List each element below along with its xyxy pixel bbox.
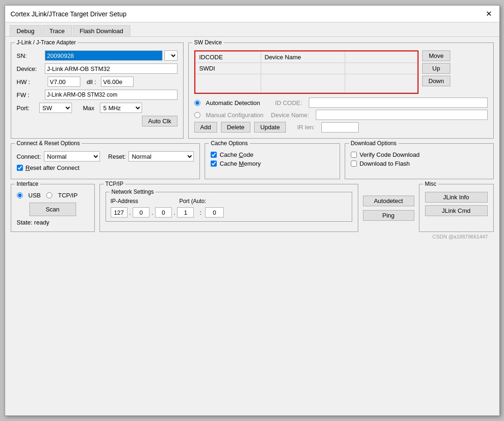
misc-group: Misc JLink Info JLink Cmd xyxy=(419,184,494,232)
top-panels: J-Link / J-Trace Adapter SN: Device: xyxy=(11,42,494,139)
cache-memory-checkbox[interactable] xyxy=(211,161,217,167)
usb-label: USB xyxy=(28,192,41,199)
sn-label: SN: xyxy=(17,52,45,59)
ip4-input[interactable] xyxy=(177,207,194,218)
ip3-input[interactable] xyxy=(155,207,172,218)
connect-label: Connect: xyxy=(17,153,41,160)
max-select[interactable]: 5 MHz 1 MHz xyxy=(100,103,142,113)
fw-label: FW : xyxy=(17,91,45,98)
sw-row-extra xyxy=(345,63,418,74)
manual-config-radio[interactable] xyxy=(194,112,200,118)
download-row: Download to Flash xyxy=(351,160,488,167)
cache-options-group: Cache Options Cache Code Cache Memory xyxy=(205,143,340,179)
down-button[interactable]: Down xyxy=(422,76,450,86)
ip-section: IP-Address Port (Auto: . . . xyxy=(111,198,224,218)
usb-radio[interactable] xyxy=(17,192,23,198)
ip-port-labels: IP-Address Port (Auto: xyxy=(111,198,224,204)
autodetect-ping-col: Autodetect Ping xyxy=(363,184,414,232)
jlink-adapter-label: J-Link / J-Trace Adapter xyxy=(15,39,78,46)
sn-row: SN: xyxy=(17,50,177,61)
scan-button[interactable]: Scan xyxy=(29,203,76,216)
device-name-input[interactable] xyxy=(316,110,488,120)
reset-after-checkbox[interactable] xyxy=(17,165,23,171)
download-checkbox[interactable] xyxy=(351,161,357,167)
ping-button[interactable]: Ping xyxy=(363,210,414,221)
reset-label: Reset: xyxy=(108,153,126,160)
middle-panels: Connect & Reset Options Connect: Normal … xyxy=(11,143,494,179)
watermark: CSDN @a18879661447 xyxy=(11,232,494,241)
misc-label: Misc xyxy=(423,181,439,187)
manual-config-label: Manual Configuration xyxy=(206,112,264,119)
connect-row: Connect: Normal Under Reset Pre-Reset Re… xyxy=(17,151,194,161)
port-row: Port: SW JTAG Max 5 MHz 1 MHz xyxy=(17,103,177,113)
sw-row-device xyxy=(261,63,345,74)
auto-detect-radio[interactable] xyxy=(194,100,200,106)
reset-select[interactable]: Normal Software Hardware xyxy=(128,151,194,161)
tab-bar: Debug Trace Flash Download xyxy=(5,22,499,37)
verify-row: Verify Code Download xyxy=(351,151,488,158)
connect-select[interactable]: Normal Under Reset Pre-Reset xyxy=(44,151,100,161)
connect-reset-group: Connect & Reset Options Connect: Normal … xyxy=(11,143,200,179)
sn-dropdown[interactable] xyxy=(164,50,177,61)
delete-button[interactable]: Delete xyxy=(221,122,251,133)
id-code-input[interactable] xyxy=(309,98,488,108)
update-button[interactable]: Update xyxy=(254,122,286,133)
port-colon: : xyxy=(199,209,201,216)
port-select[interactable]: SW JTAG xyxy=(39,103,72,113)
auto-clk-button[interactable]: Auto Clk xyxy=(142,116,177,126)
sw-row-label: SWDI xyxy=(195,63,261,74)
add-button[interactable]: Add xyxy=(194,122,217,133)
verify-label: Verify Code Download xyxy=(360,151,420,158)
id-code-label: ID CODE: xyxy=(275,99,302,106)
window-title: Cortex JLink/JTrace Target Driver Setup xyxy=(11,10,127,18)
sw-table-row: SWDI xyxy=(195,63,418,74)
ip1-input[interactable] xyxy=(111,207,128,218)
tcpip-label: TCP/IP xyxy=(58,192,78,199)
close-button[interactable]: ✕ xyxy=(484,9,494,18)
port-label: Port: xyxy=(17,105,35,112)
verify-checkbox[interactable] xyxy=(351,152,357,158)
move-button[interactable]: Move xyxy=(422,50,450,61)
sn-input[interactable] xyxy=(45,50,163,61)
port-num-input[interactable] xyxy=(205,207,224,218)
cache-code-label: Cache Code xyxy=(220,151,253,158)
sw-device-table-wrapper: IDCODE Device Name SWDI xyxy=(194,50,419,94)
col-extra xyxy=(345,52,418,63)
jlink-info-button[interactable]: JLink Info xyxy=(425,192,488,203)
col-device-name: Device Name xyxy=(261,52,345,63)
download-options-group: Download Options Verify Code Download Do… xyxy=(345,143,494,179)
misc-buttons: JLink Info JLink Cmd xyxy=(425,192,488,216)
hw-row: HW : dll : xyxy=(17,77,177,87)
ip2-input[interactable] xyxy=(133,207,149,218)
autodetect-button[interactable]: Autodetect xyxy=(363,196,414,206)
sw-table-empty-row xyxy=(195,74,418,93)
device-name-label: Device Name: xyxy=(271,112,309,119)
jlink-cmd-button[interactable]: JLink Cmd xyxy=(425,205,488,216)
ip-row: . . . : xyxy=(111,207,224,218)
sw-device-table: IDCODE Device Name SWDI xyxy=(195,51,418,93)
ir-len-label: IR len: xyxy=(297,124,315,131)
main-window: Cortex JLink/JTrace Target Driver Setup … xyxy=(5,5,500,416)
cache-options-label: Cache Options xyxy=(209,140,249,147)
tcpip-radio[interactable] xyxy=(46,192,52,198)
auto-detect-label: Automatic Detection xyxy=(206,99,260,106)
reset-after-label: Reset after Connect xyxy=(26,164,80,171)
dll-input xyxy=(101,77,134,87)
up-button[interactable]: Up xyxy=(422,63,450,74)
tab-debug[interactable]: Debug xyxy=(10,25,42,36)
ip-dot1: . xyxy=(129,209,131,216)
interface-group: Interface USB TCP/IP Scan State: ready xyxy=(11,184,95,232)
ir-len-input[interactable] xyxy=(321,122,359,133)
cache-code-checkbox[interactable] xyxy=(211,152,217,158)
tab-trace[interactable]: Trace xyxy=(43,25,72,36)
reset-after-row: Reset after Connect xyxy=(17,164,194,171)
cache-memory-label: Cache Memory xyxy=(220,160,261,167)
hw-label: HW : xyxy=(17,78,45,85)
connect-reset-label: Connect & Reset Options xyxy=(15,140,82,147)
dll-label: dll : xyxy=(87,78,96,85)
fw-input xyxy=(45,90,177,100)
tab-flash-download[interactable]: Flash Download xyxy=(73,25,130,36)
title-bar: Cortex JLink/JTrace Target Driver Setup … xyxy=(5,6,499,22)
port-label: Port (Auto: xyxy=(179,198,206,204)
state-label: State: ready xyxy=(17,219,89,226)
